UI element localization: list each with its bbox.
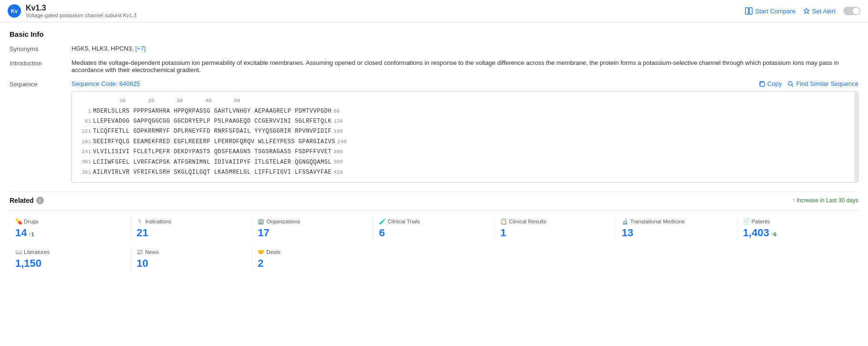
stat-item[interactable]: 💊 Drugs 14 ↑1 — [10, 216, 131, 241]
start-compare-button[interactable]: Start Compare — [745, 7, 796, 15]
synonyms-value: HGK5, HLK3, HPCN3, [+7] — [71, 45, 858, 52]
stat-increase: ↑6 — [771, 231, 776, 238]
stat-item[interactable]: 🤝 Deals 2 — [252, 247, 373, 272]
seq-num-right: 360 — [334, 157, 343, 167]
stat-label: 🏢 Organizations — [258, 218, 367, 225]
stat-number: 1,150 — [15, 257, 41, 270]
stat-value: 14 ↑1 — [15, 227, 124, 239]
seq-num-left: 241 — [78, 147, 91, 157]
main-content: Basic Info Synonyms HGK5, HLK3, HPCN3, [… — [0, 22, 868, 279]
svg-rect-2 — [760, 82, 765, 86]
stat-label-text: News — [145, 249, 159, 255]
seq-content: AILRVIRLVR VFRIFKLSRH SKGLQILGQT LKASMRE… — [93, 168, 332, 177]
synonyms-label: Synonyms — [10, 45, 71, 52]
stat-number: 1,403 — [743, 227, 769, 239]
stats-grid-row1: 💊 Drugs 14 ↑1 ⚕ Indications 21 🏢 Organiz… — [10, 210, 858, 241]
related-info-icon[interactable]: i — [36, 197, 44, 204]
stat-item[interactable]: 📋 Clinical Results 1 — [495, 216, 616, 241]
svg-rect-1 — [749, 8, 752, 14]
alert-icon — [803, 8, 810, 14]
stat-label: 📋 Clinical Results — [500, 218, 610, 225]
stat-value: 13 — [622, 227, 731, 239]
stat-value: 2 — [258, 257, 368, 270]
stat-item[interactable]: 🔬 Translational Medicine 13 — [616, 216, 737, 241]
header: Kv Kv1.3 Voltage-gated potassium channel… — [0, 0, 868, 22]
sequence-scrollbar[interactable] — [854, 92, 858, 182]
seq-content: MDERLSLLRS PPPPSARHRA HPPQRPASSG GAHTLVN… — [93, 106, 332, 116]
stat-label: 💊 Drugs — [15, 218, 124, 225]
stat-label: 🔬 Translational Medicine — [622, 218, 731, 225]
seq-num-right: 420 — [334, 168, 343, 177]
stat-label: ⚕ Indications — [136, 218, 245, 225]
stat-label-text: Organizations — [266, 219, 300, 224]
stat-value: 21 — [136, 227, 245, 239]
stat-value: 1 — [500, 227, 610, 239]
sequence-box[interactable]: 1020304050 1 MDERLSLLRS PPPPSARHRA HPPQR… — [71, 91, 858, 183]
sequence-line: 121 TLCQFFETLL GDPKRRMRYF DPLRNEYFFD RNR… — [78, 126, 852, 136]
stat-icon: 💊 — [15, 218, 22, 225]
seq-num-right: 240 — [337, 137, 347, 147]
stat-item[interactable]: 🧪 Clinical Trials 6 — [373, 216, 494, 241]
seq-num-left: 1 — [78, 107, 91, 116]
stat-label-text: Literatures — [24, 249, 50, 255]
app-icon: Kv — [8, 4, 21, 18]
stat-label: 📰 News — [136, 249, 245, 255]
svg-rect-0 — [745, 8, 748, 14]
stat-icon: 🔬 — [622, 218, 628, 225]
stat-label: 📄 Patents — [743, 218, 853, 225]
basic-info-title: Basic Info — [10, 30, 858, 38]
seq-content: TLCQFFETLL GDPKRRMRYF DPLRNEYFFD RNRFSFD… — [93, 126, 332, 136]
stat-label-text: Translational Medicine — [630, 219, 685, 224]
sequence-line: 301 LCIIWFSFEL LVRFFACPSK ATFSRNIMNL IDI… — [78, 157, 852, 167]
stat-label-text: Patents — [752, 219, 770, 224]
sequence-ruler: 1020304050 — [78, 96, 852, 105]
introduction-text: Mediates the voltage-dependent potassium… — [71, 59, 858, 73]
stat-label-text: Indications — [145, 219, 171, 224]
stat-item[interactable]: 📄 Patents 1,403 ↑6 — [737, 216, 858, 241]
related-title: Related i — [10, 197, 44, 204]
sequence-line: 1 MDERLSLLRS PPPPSARHRA HPPQRPASSG GAHTL… — [78, 106, 852, 116]
sequence-code-link[interactable]: Sequence Code: 640625 — [71, 80, 140, 87]
seq-content: VLVILISIVI FCLETLPEFR DEKDYPASTS QDSFEAA… — [93, 147, 332, 157]
sequence-line: 181 SEEIRFYQLG EEAMEKFRED EGFLREEERP LPE… — [78, 137, 852, 147]
related-header: Related i ↑ Increase in Last 30 days — [10, 197, 858, 204]
section-divider — [10, 191, 858, 192]
stat-item[interactable]: 🏢 Organizations 17 — [252, 216, 373, 241]
copy-icon — [759, 81, 766, 87]
stat-label-text: Drugs — [24, 219, 39, 224]
stat-icon: 📄 — [743, 218, 750, 225]
seq-num-left: 361 — [78, 168, 91, 177]
sequence-header: Sequence Code: 640625 Copy — [71, 80, 858, 87]
stat-item[interactable]: 📖 Literatures 1,150 — [10, 247, 131, 272]
stats-grid-row2: 📖 Literatures 1,150 📰 News 10 🤝 Deals 2 — [10, 241, 858, 272]
copy-button[interactable]: Copy — [759, 80, 782, 87]
stat-label: 🧪 Clinical Trials — [379, 218, 488, 225]
stat-label-text: Clinical Results — [509, 219, 547, 224]
seq-num-right: 120 — [334, 117, 343, 126]
header-left: Kv Kv1.3 Voltage-gated potassium channel… — [8, 4, 136, 18]
synonyms-more-link[interactable]: [+7] — [135, 45, 146, 52]
stat-icon: 🏢 — [258, 218, 265, 225]
find-similar-button[interactable]: Find Similar Sequence — [787, 80, 858, 87]
seq-num-right: 60 — [334, 107, 340, 116]
introduction-label: Introduction — [10, 59, 71, 67]
stat-icon: ⚕ — [136, 218, 143, 225]
stat-number: 17 — [258, 227, 269, 239]
set-alert-button[interactable]: Set Alert — [803, 8, 836, 15]
stat-item[interactable]: ⚕ Indications 21 — [131, 216, 252, 241]
stat-label: 📖 Literatures — [15, 249, 124, 255]
seq-num-right: 300 — [334, 147, 343, 157]
page-subtitle: Voltage-gated potassium channel subunit … — [26, 12, 136, 18]
stat-value: 1,403 ↑6 — [743, 227, 853, 239]
seq-num-left: 181 — [78, 137, 91, 147]
page-title: Kv1.3 — [26, 4, 136, 12]
seq-num-left: 301 — [78, 157, 91, 167]
stat-icon: 🤝 — [258, 249, 265, 255]
sequence-label: Sequence — [10, 80, 71, 88]
stat-number: 10 — [136, 257, 148, 270]
stat-increase: ↑1 — [28, 231, 34, 238]
alert-toggle[interactable] — [843, 7, 860, 15]
stat-item[interactable]: 📰 News 10 — [131, 247, 252, 272]
stat-label: 🤝 Deals — [258, 249, 368, 255]
stat-number: 6 — [379, 227, 385, 239]
